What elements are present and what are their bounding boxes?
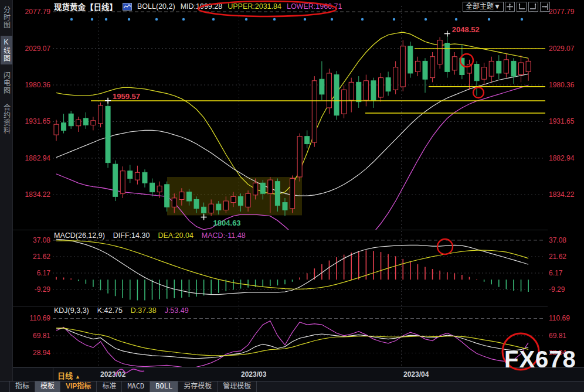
axis-tick-label: 2077.79 <box>549 8 574 16</box>
period-selector[interactable]: 日线▲ <box>57 370 80 381</box>
toolbar-item-VIP指标[interactable]: VIP指标 <box>60 381 97 392</box>
y-axis-left-icon[interactable] <box>517 2 527 12</box>
event-dot <box>455 18 457 21</box>
x-axis-month-label: 2023/04 <box>403 370 429 379</box>
candle <box>268 180 273 193</box>
event-dot <box>70 18 73 21</box>
candle <box>260 183 265 193</box>
candle <box>342 90 347 114</box>
candle <box>305 137 310 144</box>
macd-title: MACD(26,12,9) <box>54 231 105 240</box>
boll-upper-value: UPPER:2031.84 <box>228 2 281 11</box>
candle <box>386 78 391 91</box>
candle <box>393 67 398 90</box>
sidebar-tab-闪电图[interactable]: 闪电图 <box>1 69 12 97</box>
axis-tick-label: 1980.36 <box>549 81 574 89</box>
event-dot <box>155 18 158 21</box>
candle <box>179 192 184 200</box>
watermark: FX678 <box>504 346 576 373</box>
boll-mid-value: MID:1999.28 <box>181 2 223 11</box>
annotation-circle <box>437 239 453 254</box>
candle <box>526 61 531 71</box>
candle <box>113 164 118 196</box>
kdj-j-line <box>56 321 528 367</box>
candle <box>98 105 103 124</box>
sidebar-tab-分时图[interactable]: 分时图 <box>1 4 12 31</box>
candle <box>320 79 324 94</box>
candle <box>437 40 442 64</box>
event-dot <box>212 18 215 21</box>
event-dot <box>425 18 427 21</box>
triangle-up-icon: ▲ <box>75 374 80 380</box>
price-marker-label: 2048.52 <box>452 25 480 34</box>
candle <box>253 183 258 195</box>
candle <box>482 67 487 80</box>
axis-tick-label: 2029.07 <box>549 45 574 53</box>
price-cross-marker <box>201 214 207 220</box>
event-dot <box>361 18 364 21</box>
axis-tick-label: 37.08 <box>16 236 50 244</box>
axis-tick-label: -9.29 <box>16 285 50 294</box>
axis-tick-label: 2029.07 <box>16 45 50 53</box>
chart-header: 现货黄金【日线】 BOLL(20,2) MID:1999.28 UPPER:20… <box>54 2 342 11</box>
axis-tick-label: 21.62 <box>549 253 566 261</box>
candle <box>120 171 125 193</box>
toolbar-item-模板[interactable]: 模板 <box>35 381 60 392</box>
sidebar: 分时图K线图闪电图合约资料 <box>0 0 13 381</box>
chart-canvas[interactable]: 1959.572048.521804.63 <box>0 0 584 392</box>
toolbar-item-另存模板[interactable]: 另存模板 <box>178 381 218 392</box>
axis-tick-label: 1882.94 <box>16 154 50 162</box>
x-axis-month-label: 2023/03 <box>241 370 266 379</box>
axis-tick-label: 110.69 <box>549 314 570 322</box>
axis-tick-label: 1834.22 <box>549 190 574 199</box>
candle <box>186 192 191 201</box>
macd-dea-value: DEA:20.04 <box>158 231 193 240</box>
candle <box>400 46 405 87</box>
axis-tick-label: 28.94 <box>16 349 50 357</box>
candle <box>223 201 228 210</box>
indicator-name: BOLL(20,2) <box>137 2 175 11</box>
candle <box>202 207 206 213</box>
candle <box>371 81 376 100</box>
candle <box>334 75 339 115</box>
toolbar-item-BOLL[interactable]: BOLL <box>150 381 178 392</box>
line-chart-icon <box>123 3 132 11</box>
bottom-toolbar: 指标模板VIP指标标准MACDBOLL另存模板管理模板 <box>0 381 584 392</box>
event-dot <box>488 18 490 21</box>
crosshair-move-icon[interactable] <box>505 2 515 12</box>
candle <box>62 123 66 131</box>
candle <box>69 114 73 126</box>
kdj-k-value: K:42.75 <box>97 306 123 315</box>
candle <box>165 185 169 207</box>
candle <box>497 61 501 73</box>
price-marker-label: 1804.63 <box>213 219 241 227</box>
candle <box>194 199 199 208</box>
event-dot <box>105 18 107 21</box>
y-axis-right-icon[interactable] <box>528 2 538 12</box>
sidebar-tab-合约资料[interactable]: 合约资料 <box>1 101 12 137</box>
axis-tick-label: 2077.79 <box>16 8 50 16</box>
toolbar-item-管理模板[interactable]: 管理模板 <box>218 381 257 392</box>
sidebar-tab-K线图[interactable]: K线图 <box>1 36 12 64</box>
candle <box>415 61 420 71</box>
candle <box>349 82 354 100</box>
kdj-d-value: D:37.38 <box>131 306 157 315</box>
candle <box>460 58 464 74</box>
highlight-region <box>167 177 302 215</box>
candle <box>356 82 361 101</box>
toolbar-item-指标[interactable]: 指标 <box>9 381 35 392</box>
toolbar-item-标准[interactable]: 标准 <box>97 381 122 392</box>
boll-lower-value: LOWER:1966.71 <box>287 2 342 11</box>
candle <box>275 182 280 206</box>
event-dot <box>245 18 247 21</box>
page-title: 现货黄金【日线】 <box>54 1 117 12</box>
price-marker-label: 1959.57 <box>113 92 140 101</box>
annotation-circle <box>460 54 473 67</box>
theme-dropdown-button[interactable]: 全部主题▼ <box>463 2 504 12</box>
period-label: 日线 <box>57 371 73 380</box>
axis-tick-label: 6.17 <box>16 269 50 277</box>
candle <box>467 64 471 73</box>
toolbar-item-MACD[interactable]: MACD <box>122 381 150 392</box>
axis-tick-label: -9.29 <box>549 285 565 294</box>
candle <box>364 81 368 100</box>
